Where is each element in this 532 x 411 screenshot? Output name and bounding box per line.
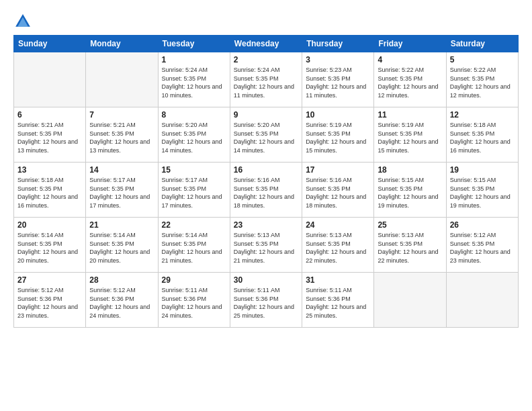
calendar-cell: 4Sunrise: 5:22 AMSunset: 5:35 PMDaylight… — [374, 52, 446, 107]
weekday-header-thursday: Thursday — [302, 36, 374, 52]
calendar-cell: 3Sunrise: 5:23 AMSunset: 5:35 PMDaylight… — [302, 52, 374, 107]
calendar-cell: 20Sunrise: 5:14 AMSunset: 5:35 PMDayligh… — [14, 218, 86, 273]
calendar-cell: 6Sunrise: 5:21 AMSunset: 5:35 PMDaylight… — [14, 107, 86, 163]
cell-info: Sunrise: 5:22 AMSunset: 5:35 PMDaylight:… — [378, 66, 442, 99]
day-number: 8 — [162, 110, 226, 120]
calendar-cell: 23Sunrise: 5:13 AMSunset: 5:35 PMDayligh… — [230, 218, 302, 273]
weekday-header-row: SundayMondayTuesdayWednesdayThursdayFrid… — [14, 36, 519, 52]
calendar-cell — [14, 52, 86, 107]
cell-info: Sunrise: 5:12 AMSunset: 5:36 PMDaylight:… — [17, 286, 82, 320]
cell-info: Sunrise: 5:18 AMSunset: 5:35 PMDaylight:… — [17, 176, 82, 210]
day-number: 26 — [450, 220, 515, 230]
day-number: 9 — [234, 110, 298, 120]
calendar-cell: 13Sunrise: 5:18 AMSunset: 5:35 PMDayligh… — [14, 163, 86, 218]
cell-info: Sunrise: 5:18 AMSunset: 5:35 PMDaylight:… — [450, 121, 515, 154]
logo-icon — [13, 12, 32, 31]
calendar-cell: 29Sunrise: 5:11 AMSunset: 5:36 PMDayligh… — [158, 273, 230, 328]
calendar-cell: 7Sunrise: 5:21 AMSunset: 5:35 PMDaylight… — [86, 107, 158, 163]
calendar-cell: 30Sunrise: 5:11 AMSunset: 5:36 PMDayligh… — [230, 273, 302, 328]
calendar-cell: 21Sunrise: 5:14 AMSunset: 5:35 PMDayligh… — [86, 218, 158, 273]
day-number: 3 — [306, 55, 370, 64]
calendar-cell: 26Sunrise: 5:12 AMSunset: 5:35 PMDayligh… — [446, 218, 518, 273]
cell-info: Sunrise: 5:19 AMSunset: 5:35 PMDaylight:… — [378, 121, 442, 154]
cell-info: Sunrise: 5:14 AMSunset: 5:35 PMDaylight:… — [89, 231, 154, 265]
cell-info: Sunrise: 5:11 AMSunset: 5:36 PMDaylight:… — [306, 286, 370, 320]
cell-info: Sunrise: 5:17 AMSunset: 5:35 PMDaylight:… — [162, 176, 226, 210]
calendar-cell — [86, 52, 158, 107]
cell-info: Sunrise: 5:16 AMSunset: 5:35 PMDaylight:… — [234, 176, 298, 210]
day-number: 29 — [162, 275, 226, 285]
calendar-cell: 5Sunrise: 5:22 AMSunset: 5:35 PMDaylight… — [446, 52, 518, 107]
calendar-cell — [374, 273, 446, 328]
day-number: 4 — [378, 55, 442, 64]
cell-info: Sunrise: 5:12 AMSunset: 5:35 PMDaylight:… — [450, 231, 515, 265]
calendar-cell: 18Sunrise: 5:15 AMSunset: 5:35 PMDayligh… — [374, 163, 446, 218]
day-number: 7 — [89, 110, 154, 120]
day-number: 23 — [234, 220, 298, 230]
calendar-table: SundayMondayTuesdayWednesdayThursdayFrid… — [13, 35, 519, 328]
calendar-cell: 16Sunrise: 5:16 AMSunset: 5:35 PMDayligh… — [230, 163, 302, 218]
day-number: 16 — [234, 165, 298, 175]
cell-info: Sunrise: 5:13 AMSunset: 5:35 PMDaylight:… — [306, 231, 370, 265]
cell-info: Sunrise: 5:23 AMSunset: 5:35 PMDaylight:… — [306, 66, 370, 99]
calendar-cell — [446, 273, 518, 328]
weekday-header-tuesday: Tuesday — [158, 36, 230, 52]
cell-info: Sunrise: 5:15 AMSunset: 5:35 PMDaylight:… — [450, 176, 515, 210]
cell-info: Sunrise: 5:15 AMSunset: 5:35 PMDaylight:… — [378, 176, 442, 210]
calendar-cell: 27Sunrise: 5:12 AMSunset: 5:36 PMDayligh… — [14, 273, 86, 328]
cell-info: Sunrise: 5:21 AMSunset: 5:35 PMDaylight:… — [17, 121, 82, 154]
day-number: 6 — [17, 110, 82, 120]
calendar-cell: 19Sunrise: 5:15 AMSunset: 5:35 PMDayligh… — [446, 163, 518, 218]
day-number: 10 — [306, 110, 370, 120]
calendar-cell: 25Sunrise: 5:13 AMSunset: 5:35 PMDayligh… — [374, 218, 446, 273]
cell-info: Sunrise: 5:17 AMSunset: 5:35 PMDaylight:… — [89, 176, 154, 210]
week-row-4: 20Sunrise: 5:14 AMSunset: 5:35 PMDayligh… — [14, 218, 519, 273]
day-number: 19 — [450, 165, 515, 175]
cell-info: Sunrise: 5:11 AMSunset: 5:36 PMDaylight:… — [234, 286, 298, 320]
cell-info: Sunrise: 5:24 AMSunset: 5:35 PMDaylight:… — [162, 66, 226, 99]
week-row-5: 27Sunrise: 5:12 AMSunset: 5:36 PMDayligh… — [14, 273, 519, 328]
calendar-cell: 11Sunrise: 5:19 AMSunset: 5:35 PMDayligh… — [374, 107, 446, 163]
calendar-cell: 22Sunrise: 5:14 AMSunset: 5:35 PMDayligh… — [158, 218, 230, 273]
cell-info: Sunrise: 5:22 AMSunset: 5:35 PMDaylight:… — [450, 66, 515, 99]
day-number: 30 — [234, 275, 298, 285]
logo — [13, 12, 35, 31]
calendar-cell: 17Sunrise: 5:16 AMSunset: 5:35 PMDayligh… — [302, 163, 374, 218]
day-number: 27 — [17, 275, 82, 285]
day-number: 13 — [17, 165, 82, 175]
cell-info: Sunrise: 5:16 AMSunset: 5:35 PMDaylight:… — [306, 176, 370, 210]
day-number: 2 — [234, 55, 298, 64]
day-number: 25 — [378, 220, 442, 230]
day-number: 14 — [89, 165, 154, 175]
calendar-cell: 10Sunrise: 5:19 AMSunset: 5:35 PMDayligh… — [302, 107, 374, 163]
calendar-cell: 24Sunrise: 5:13 AMSunset: 5:35 PMDayligh… — [302, 218, 374, 273]
day-number: 5 — [450, 55, 515, 64]
calendar-cell: 2Sunrise: 5:24 AMSunset: 5:35 PMDaylight… — [230, 52, 302, 107]
day-number: 22 — [162, 220, 226, 230]
weekday-header-sunday: Sunday — [14, 36, 86, 52]
weekday-header-friday: Friday — [374, 36, 446, 52]
day-number: 17 — [306, 165, 370, 175]
day-number: 28 — [89, 275, 154, 285]
week-row-1: 1Sunrise: 5:24 AMSunset: 5:35 PMDaylight… — [14, 52, 519, 107]
day-number: 31 — [306, 275, 370, 285]
cell-info: Sunrise: 5:19 AMSunset: 5:35 PMDaylight:… — [306, 121, 370, 154]
calendar-cell: 8Sunrise: 5:20 AMSunset: 5:35 PMDaylight… — [158, 107, 230, 163]
cell-info: Sunrise: 5:14 AMSunset: 5:35 PMDaylight:… — [17, 231, 82, 265]
cell-info: Sunrise: 5:21 AMSunset: 5:35 PMDaylight:… — [89, 121, 154, 154]
day-number: 1 — [162, 55, 226, 64]
calendar-cell: 9Sunrise: 5:20 AMSunset: 5:35 PMDaylight… — [230, 107, 302, 163]
day-number: 11 — [378, 110, 442, 120]
cell-info: Sunrise: 5:12 AMSunset: 5:36 PMDaylight:… — [89, 286, 154, 320]
weekday-header-saturday: Saturday — [446, 36, 518, 52]
calendar-cell: 12Sunrise: 5:18 AMSunset: 5:35 PMDayligh… — [446, 107, 518, 163]
header-row — [13, 12, 519, 31]
day-number: 12 — [450, 110, 515, 120]
calendar-cell: 28Sunrise: 5:12 AMSunset: 5:36 PMDayligh… — [86, 273, 158, 328]
day-number: 24 — [306, 220, 370, 230]
cell-info: Sunrise: 5:20 AMSunset: 5:35 PMDaylight:… — [162, 121, 226, 154]
cell-info: Sunrise: 5:13 AMSunset: 5:35 PMDaylight:… — [234, 231, 298, 265]
day-number: 18 — [378, 165, 442, 175]
calendar-cell: 14Sunrise: 5:17 AMSunset: 5:35 PMDayligh… — [86, 163, 158, 218]
weekday-header-wednesday: Wednesday — [230, 36, 302, 52]
